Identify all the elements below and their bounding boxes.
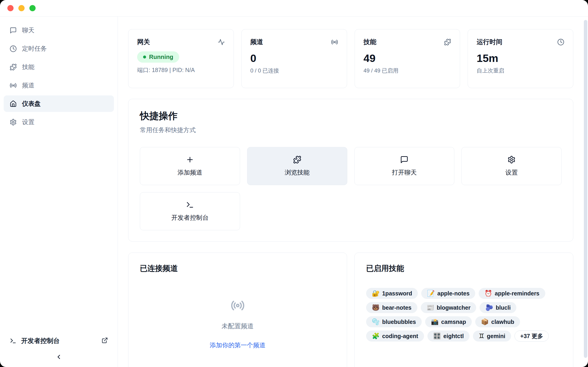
skill-emoji: 📸 [431,319,439,325]
skill-emoji: 🫐 [485,305,493,311]
skill-emoji: 🫧 [372,319,380,325]
skill-chip: 📰blogwatcher [421,302,476,313]
skill-name: camsnap [441,319,466,325]
chevron-left-icon [55,353,62,360]
gear-icon [10,119,17,126]
stat-value: 49 [363,52,451,64]
gear-icon [507,156,516,164]
stat-value: 0 [250,52,338,64]
dev-console-label: 开发者控制台 [21,336,97,345]
skill-name: blogwatcher [437,304,470,311]
stat-card-uptime: 运行时间 15m 自上次重启 [468,29,573,88]
skill-emoji: 🧩 [372,333,380,339]
skill-name: gemini [487,333,505,340]
skill-chip: ♊gemini [473,331,511,342]
status-badge: Running [137,51,179,63]
window-controls [7,5,36,11]
skill-emoji: 📰 [426,305,434,311]
stat-card-gateway: 网关 Running 端口: 18789 | PID: N/A [128,29,234,88]
close-button[interactable] [7,5,14,11]
broadcast-icon [231,298,245,313]
sidebar-item-dashboard[interactable]: 仪表盘 [4,95,114,112]
more-skills-label: +37 更多 [520,332,543,340]
plus-icon [186,156,194,164]
stat-title: 网关 [137,38,150,46]
skills-chip-list: 🔐1password 📝apple-notes ⏰apple-reminders… [366,288,562,342]
action-label: 浏览技能 [285,168,310,177]
sidebar-item-chat[interactable]: 聊天 [4,22,114,39]
zoom-button[interactable] [29,5,36,11]
add-channel-button[interactable]: 添加频道 [140,147,240,185]
skill-chip: 📝apple-notes [421,288,475,299]
quick-actions-subtitle: 常用任务和快捷方式 [140,126,562,134]
skill-name: blucli [496,304,510,311]
puzzle-icon [293,156,301,164]
skill-chip: 🔐1password [366,288,418,299]
dev-console-button[interactable]: 开发者控制台 [140,192,240,230]
skill-chip: 🫧bluebubbles [366,316,422,327]
sidebar-item-label: 聊天 [22,26,35,34]
skill-chip: ⏰apple-reminders [479,288,545,299]
skill-name: bear-notes [382,304,412,311]
sidebar-nav: 聊天 定时任务 技能 频道 仪表盘 [4,22,114,132]
status-label: Running [149,53,173,60]
sidebar-item-label: 定时任务 [22,44,47,53]
sidebar-item-settings[interactable]: 设置 [4,114,114,130]
quick-actions-grid: 添加频道 浏览技能 打开聊天 设置 [140,147,562,230]
stat-title: 频道 [250,38,263,46]
skill-chip: 🎛️eightctl [427,331,470,342]
minimize-button[interactable] [18,5,25,11]
sidebar-item-channels[interactable]: 频道 [4,77,114,94]
add-first-channel-link[interactable]: 添加你的第一个频道 [210,341,266,349]
enabled-skills-title: 已启用技能 [366,263,562,274]
sidebar-item-label: 设置 [22,118,35,126]
clock-icon [557,39,564,46]
skill-chip: 📸camsnap [425,316,472,327]
sidebar-item-label: 技能 [22,63,35,71]
terminal-icon [10,337,17,344]
connected-channels-title: 已连接频道 [140,263,335,274]
sidebar-item-skills[interactable]: 技能 [4,59,114,75]
stat-card-skills: 技能 49 49 / 49 已启用 [355,29,460,88]
skill-name: bluebubbles [382,319,416,325]
skill-chip: 🐻bear-notes [366,302,417,313]
stat-title: 技能 [363,38,376,46]
broadcast-icon [331,39,338,46]
sidebar-item-label: 频道 [22,81,35,90]
sidebar: 聊天 定时任务 技能 频道 仪表盘 [0,17,118,367]
scrollbar-thumb[interactable] [584,20,587,358]
home-icon [10,100,17,107]
stat-subtext: 49 / 49 已启用 [363,67,451,74]
skill-emoji: 🔐 [372,290,380,297]
sidebar-footer: 开发者控制台 [4,333,114,361]
enabled-skills-card: 已启用技能 🔐1password 📝apple-notes ⏰apple-rem… [355,252,573,367]
settings-button[interactable]: 设置 [461,147,562,185]
skill-emoji: 📝 [427,290,435,297]
chat-icon [10,27,17,34]
dev-console-link[interactable]: 开发者控制台 [4,333,114,348]
bottom-row: 已连接频道 未配置频道 添加你的第一个频道 已启用技能 🔐1password 📝… [128,252,573,367]
skill-name: coding-agent [382,333,418,340]
stat-value: 15m [477,52,564,64]
empty-state-text: 未配置频道 [222,322,254,331]
skill-chip: 📦clawhub [475,316,520,327]
main-content: 网关 Running 端口: 18789 | PID: N/A 频道 0 [118,17,588,367]
stats-row: 网关 Running 端口: 18789 | PID: N/A 频道 0 [128,29,573,88]
open-chat-button[interactable]: 打开聊天 [355,147,455,185]
external-link-icon [102,337,108,344]
browse-skills-button[interactable]: 浏览技能 [247,147,347,185]
skill-name: apple-reminders [495,290,540,297]
skill-name: clawhub [491,319,514,325]
action-label: 开发者控制台 [171,214,208,222]
more-skills-chip[interactable]: +37 更多 [515,331,549,342]
sidebar-collapse-button[interactable] [55,353,62,361]
status-dot [143,56,146,58]
skill-name: 1password [382,290,412,297]
quick-actions-card: 快捷操作 常用任务和快捷方式 添加频道 浏览技能 打开聊天 [128,99,573,242]
sidebar-item-scheduled-tasks[interactable]: 定时任务 [4,40,114,57]
connected-channels-card: 已连接频道 未配置频道 添加你的第一个频道 [128,252,347,367]
puzzle-icon [444,39,451,46]
app-window: 聊天 定时任务 技能 频道 仪表盘 [0,0,588,367]
stat-subtext: 端口: 18789 | PID: N/A [137,66,225,74]
skill-name: eightctl [443,333,464,340]
